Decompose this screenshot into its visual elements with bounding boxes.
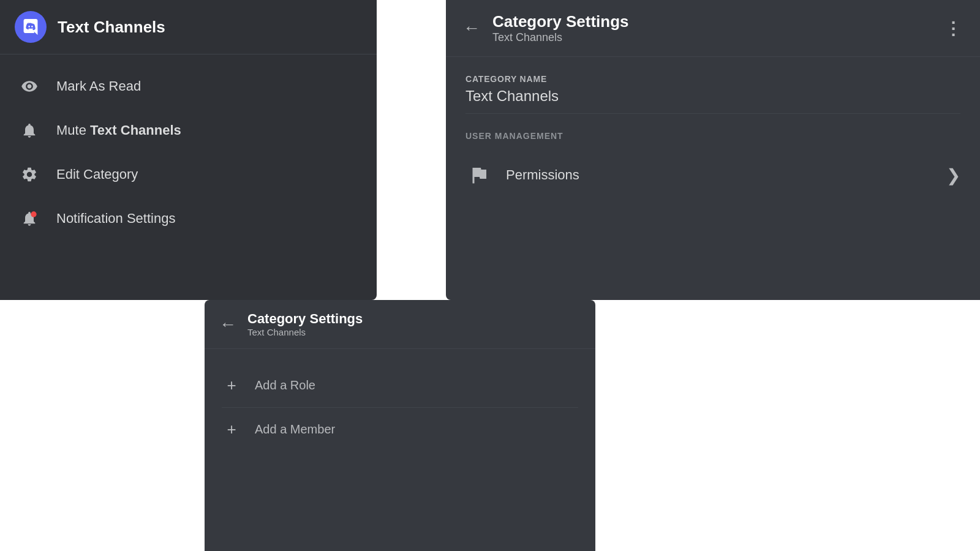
settings-subtitle-top: Text Channels (492, 31, 629, 44)
category-name-value: Text Channels (466, 88, 960, 114)
mark-as-read-label: Mark As Read (56, 78, 141, 94)
notification-settings-label: Notification Settings (56, 211, 175, 227)
add-member-label: Add a Member (255, 422, 335, 437)
bell-icon (20, 121, 39, 140)
add-role-row[interactable]: + Add a Role (222, 364, 578, 408)
settings-title-group-top: Category Settings Text Channels (492, 12, 629, 44)
settings-header-bottom: ← Category Settings Text Channels (205, 300, 595, 349)
settings-body-top: Category Name Text Channels USER MANAGEM… (446, 57, 980, 214)
add-role-label: Add a Role (255, 378, 315, 392)
settings-header-top: ← Category Settings Text Channels ⋮ (446, 0, 980, 57)
plus-icon-member: + (222, 420, 241, 439)
context-menu: Text Channels Mark As Read Mute Text Cha… (0, 0, 377, 300)
mute-text-channels-label: Mute Text Channels (56, 122, 181, 138)
permissions-row[interactable]: Permissions ❯ (466, 153, 960, 197)
settings-title-group-bottom: Category Settings Text Channels (247, 311, 363, 337)
gear-icon (20, 165, 39, 184)
discord-logo (15, 11, 47, 43)
edit-category-label: Edit Category (56, 167, 138, 182)
back-button-top[interactable]: ← (463, 18, 480, 38)
settings-body-bottom: + Add a Role + Add a Member (205, 349, 595, 466)
add-member-row[interactable]: + Add a Member (222, 408, 578, 451)
back-button-bottom[interactable]: ← (219, 315, 236, 334)
category-settings-top: ← Category Settings Text Channels ⋮ Cate… (446, 0, 980, 300)
context-menu-items: Mark As Read Mute Text Channels Edit Cat… (0, 54, 377, 250)
context-menu-header: Text Channels (0, 0, 377, 54)
user-management-label: USER MANAGEMENT (466, 131, 960, 141)
permissions-label: Permissions (506, 167, 933, 183)
settings-title-bottom: Category Settings (247, 311, 363, 327)
eye-icon (20, 77, 39, 96)
bell-alert-icon (20, 209, 39, 228)
notification-settings-item[interactable]: Notification Settings (0, 197, 377, 241)
category-settings-bottom: ← Category Settings Text Channels + Add … (205, 300, 595, 551)
chevron-right-icon: ❯ (946, 165, 960, 186)
more-options-button-top[interactable]: ⋮ (944, 18, 963, 39)
discord-icon (21, 17, 40, 37)
category-name-label: Category Name (466, 74, 960, 84)
mark-as-read-item[interactable]: Mark As Read (0, 64, 377, 108)
plus-icon-role: + (222, 376, 241, 395)
permissions-icon (466, 162, 492, 189)
settings-title-top: Category Settings (492, 12, 629, 31)
settings-subtitle-bottom: Text Channels (247, 327, 363, 337)
context-menu-title: Text Channels (58, 18, 165, 37)
mute-text-channels-item[interactable]: Mute Text Channels (0, 108, 377, 152)
svg-point-0 (31, 211, 36, 217)
edit-category-item[interactable]: Edit Category (0, 152, 377, 197)
